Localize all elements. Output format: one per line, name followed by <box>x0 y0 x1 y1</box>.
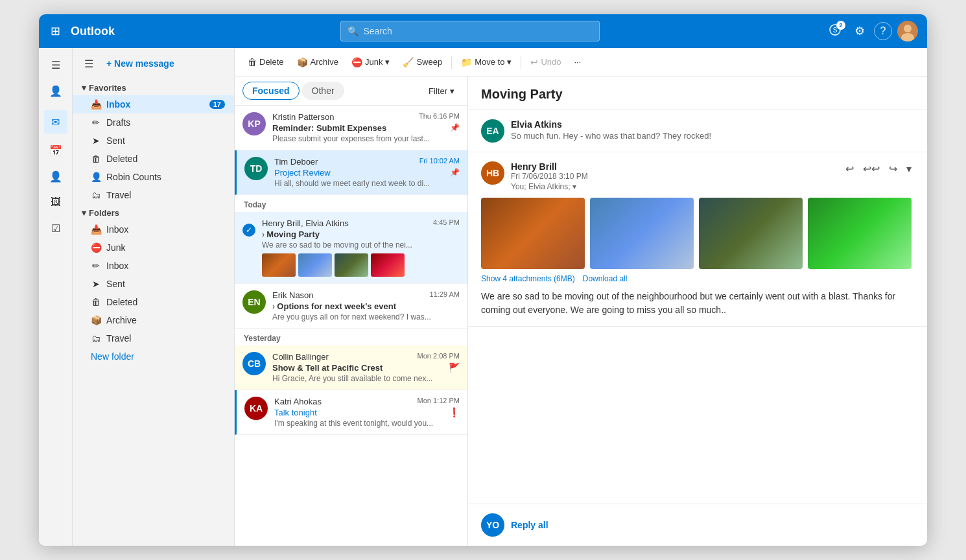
sidebar-item-drafts[interactable]: ✏ Drafts <box>73 113 234 132</box>
hamburger-button[interactable]: ☰ <box>82 55 96 73</box>
sender-name: Erik Nason <box>272 290 314 300</box>
delete-button[interactable]: 🗑 Delete <box>242 54 289 71</box>
sidebar-item-deleted[interactable]: 🗑 Deleted <box>73 150 234 168</box>
message-body: We are so sad to be moving out of the ne… <box>481 290 914 317</box>
sweep-button[interactable]: 🧹 Sweep <box>397 54 447 71</box>
favorites-section[interactable]: ▾ Favorites <box>73 79 234 95</box>
email-preview: Hi all, should we meet early next week t… <box>274 179 460 188</box>
email-item[interactable]: CB Collin Ballinger Mon 2:08 PM Show & T… <box>235 345 467 390</box>
sender-avatar: EA <box>481 119 504 143</box>
sidebar-folder-travel[interactable]: 🗂 Travel <box>73 329 234 347</box>
sent-label: Sent <box>106 135 225 146</box>
reading-pane-header: Moving Party <box>468 76 927 110</box>
forward-button[interactable]: ↪ <box>886 161 900 176</box>
thread-indicator: › <box>272 302 277 311</box>
sidebar-item-sent[interactable]: ➤ Sent <box>73 132 234 150</box>
search-input[interactable] <box>364 26 593 36</box>
undo-icon: ↩ <box>530 57 538 67</box>
reply-all-button[interactable]: ↩↩ <box>860 161 882 176</box>
email-item[interactable]: KA Katri Ahokas Mon 1:12 PM Talk tonight… <box>235 390 467 435</box>
attachment-thumb <box>481 198 585 269</box>
email-date: Mon 2:08 PM <box>418 352 460 360</box>
new-message-label: + New message <box>106 58 174 69</box>
user-avatar[interactable] <box>897 21 918 41</box>
rail-people[interactable]: 👤 <box>44 79 67 102</box>
expand-recipients[interactable]: ▾ <box>572 182 576 191</box>
rail-hamburger[interactable]: ☰ <box>44 53 67 76</box>
message-item[interactable]: EA Elvia Atkins So much fun. Hey - who w… <box>468 110 927 152</box>
email-tabs: Focused Other Filter ▾ <box>235 76 467 106</box>
email-body: Katri Ahokas Mon 1:12 PM Talk tonight ❗ … <box>274 397 460 428</box>
sidebar-item-robin-counts[interactable]: 👤 Robin Counts <box>73 168 234 186</box>
email-subject: Talk tonight <box>274 408 317 417</box>
sidebar-folder-inbox[interactable]: 📥 Inbox <box>73 220 234 239</box>
email-item[interactable]: ✓ Henry Brill, Elvia Atkins 4:45 PM › Mo… <box>235 212 467 284</box>
expand-button[interactable]: ▾ <box>904 161 914 176</box>
thread-indicator: › <box>262 230 266 239</box>
sidebar-folder-sent[interactable]: ➤ Sent <box>73 275 234 293</box>
move-to-button[interactable]: 📁 Move to ▾ <box>456 54 517 71</box>
show-attachments-link[interactable]: Show 4 attachments (6MB) <box>481 274 575 283</box>
email-item[interactable]: EN Erik Nason 11:29 AM › Options for nex… <box>235 284 467 329</box>
email-preview: I'm speaking at this event tonight, woul… <box>274 419 460 428</box>
email-item[interactable]: TD Tim Deboer Fri 10:02 AM Project Revie… <box>235 150 467 195</box>
junk-label: Junk <box>365 57 383 67</box>
junk-icon-tb: ⛔ <box>351 57 362 67</box>
email-subject: Project Review <box>274 168 331 178</box>
inbox-icon: 📥 <box>91 99 101 110</box>
undo-button[interactable]: ↩ Undo <box>525 54 566 71</box>
sidebar-folder-junk[interactable]: ⛔ Junk <box>73 239 234 257</box>
rail-tasks[interactable]: ☑ <box>44 216 67 240</box>
sidebar-item-travel[interactable]: 🗂 Travel <box>73 186 234 204</box>
new-message-button[interactable]: + New message <box>101 54 180 73</box>
sender-name: Kristin Patterson <box>272 112 334 122</box>
travel2-icon: 🗂 <box>91 333 101 344</box>
rail-calendar[interactable]: 📅 <box>44 139 67 162</box>
email-list: KP Kristin Patterson Thu 6:16 PM Reminde… <box>235 106 467 546</box>
archive-toolbar-icon: 📦 <box>297 57 308 67</box>
focused-tab[interactable]: Focused <box>242 82 300 100</box>
sent2-icon: ➤ <box>91 279 101 289</box>
new-folder-link[interactable]: New folder <box>73 347 234 366</box>
message-header: EA Elvia Atkins So much fun. Hey - who w… <box>481 119 914 143</box>
toolbar-divider2 <box>521 56 521 69</box>
inbox2-icon: ✏ <box>91 261 101 271</box>
reply-all-button[interactable]: Reply all <box>511 520 548 530</box>
waffle-icon[interactable]: ⊞ <box>48 21 63 41</box>
email-list-panel: Focused Other Filter ▾ KP <box>235 76 468 546</box>
skype-button[interactable]: S 2 <box>825 21 845 42</box>
junk-icon: ⛔ <box>91 242 101 253</box>
reading-pane-content: EA Elvia Atkins So much fun. Hey - who w… <box>468 110 927 504</box>
avatar: KP <box>242 112 266 135</box>
undo-label: Undo <box>541 57 561 67</box>
msg-sender: Elvia Atkins <box>511 119 914 130</box>
sidebar-folder-deleted[interactable]: 🗑 Deleted <box>73 293 234 311</box>
other-tab[interactable]: Other <box>302 82 344 100</box>
reply-button[interactable]: ↩ <box>843 161 856 176</box>
sidebar-folder-inbox2[interactable]: ✏ Inbox <box>73 257 234 275</box>
email-body: Kristin Patterson Thu 6:16 PM Reminder: … <box>272 112 460 143</box>
archive-button[interactable]: 📦 Archive <box>292 54 344 71</box>
sidebar-folder-archive[interactable]: 📦 Archive <box>73 311 234 329</box>
person-icon: 👤 <box>91 172 101 182</box>
filter-button[interactable]: Filter ▾ <box>423 84 460 99</box>
rail-mail[interactable]: ✉ <box>44 110 67 134</box>
rail-photos[interactable]: 🖼 <box>44 191 67 214</box>
email-thumb <box>262 253 296 277</box>
msg-preview: So much fun. Hey - who was that band? Th… <box>511 131 914 141</box>
message-attachments <box>481 198 914 269</box>
more-button[interactable]: ··· <box>569 54 586 70</box>
pin-icon: 📌 <box>450 123 460 132</box>
settings-button[interactable]: ⚙ <box>851 21 869 41</box>
download-all-link[interactable]: Download all <box>583 274 628 283</box>
sidebar-item-inbox[interactable]: 📥 Inbox 17 <box>73 95 234 113</box>
archive-label: Archive <box>106 315 225 325</box>
rail-contacts[interactable]: 👤 <box>44 165 67 188</box>
sent2-label: Sent <box>106 279 225 289</box>
email-date: Thu 6:16 PM <box>419 112 460 120</box>
junk-button[interactable]: ⛔ Junk ▾ <box>346 54 395 71</box>
help-button[interactable]: ? <box>874 22 892 40</box>
folders-section[interactable]: ▾ Folders <box>73 204 234 220</box>
email-item[interactable]: KP Kristin Patterson Thu 6:16 PM Reminde… <box>235 106 467 150</box>
email-date: Mon 1:12 PM <box>418 397 460 404</box>
